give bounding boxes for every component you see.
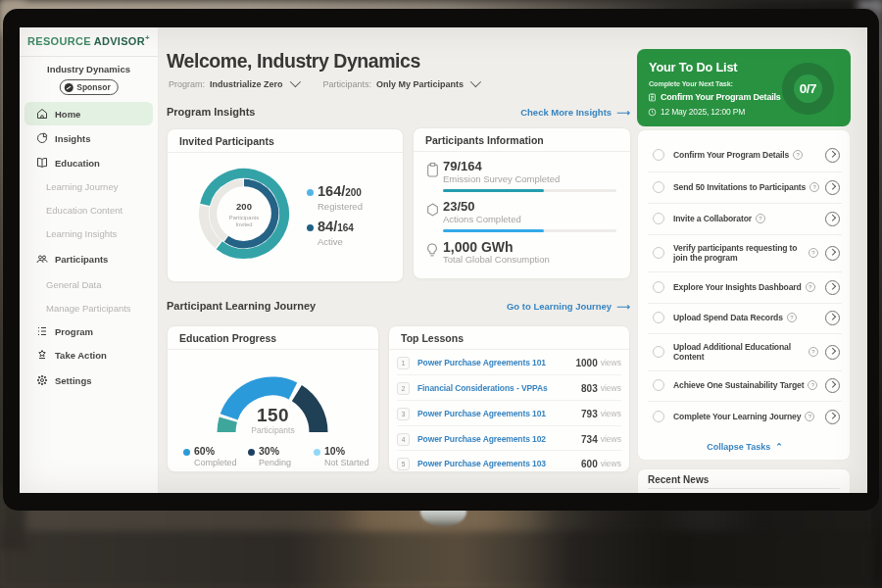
svg-text:Invited: Invited — [235, 221, 252, 227]
svg-text:200: 200 — [236, 201, 252, 212]
svg-text:Participants: Participants — [229, 215, 259, 220]
